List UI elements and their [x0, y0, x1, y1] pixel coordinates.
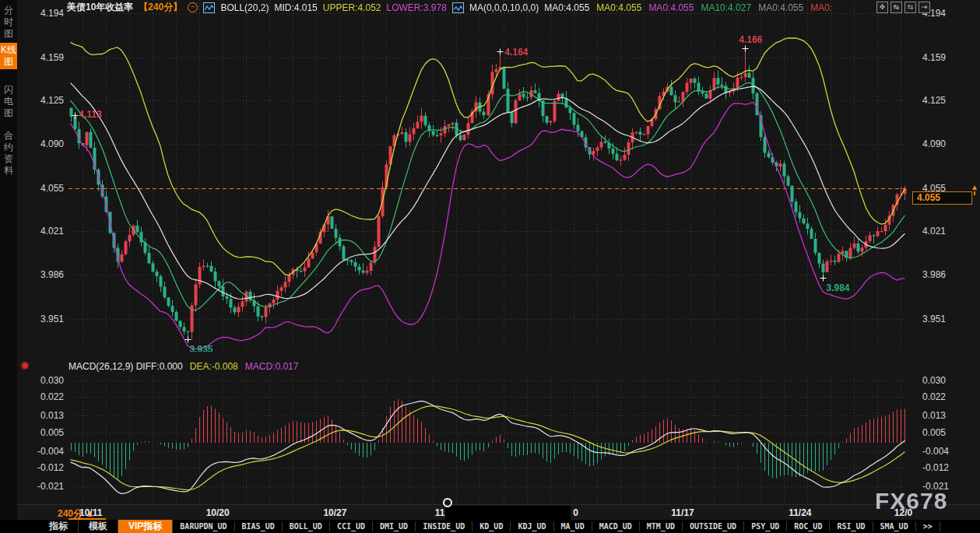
- chart-header: 美债10年收益率 【240分】 − BOLL(20,2) MID:4.015 U…: [67, 2, 832, 13]
- price-tick-left: 4.194: [19, 8, 64, 19]
- sidebar-tab-2[interactable]: 闪电图: [0, 82, 17, 121]
- boll-upper-readout: UPPER:4.052: [323, 2, 381, 13]
- ma-readout-0: MA0:4.055: [544, 2, 589, 13]
- ma-readout-3: MA10:4.027: [701, 2, 751, 13]
- macd-tick-left: -0.012: [19, 462, 64, 473]
- macd-tick-right: 0.013: [922, 410, 946, 421]
- macd-tick-left: -0.021: [19, 481, 64, 492]
- x-axis-label: 10/27: [323, 507, 346, 518]
- mouse-cursor: [443, 498, 452, 507]
- price-tick-left: 4.159: [19, 52, 64, 63]
- price-tick-right: 4.125: [922, 95, 946, 106]
- toolbar-item-inside_ud[interactable]: INSIDE_UD: [416, 521, 472, 531]
- toolbar-item-cci_ud[interactable]: CCI_UD: [330, 521, 373, 531]
- macd-header: MACD(26,12,9) DIFF:0.000 DEA:-0.008 MACD…: [68, 361, 298, 372]
- ma-readout-5: MA0:: [810, 2, 832, 13]
- toolbar-item-bias_ud[interactable]: BIAS_UD: [235, 521, 283, 531]
- toolbar-item-ma_ud[interactable]: MA_UD: [554, 521, 592, 531]
- period-tag[interactable]: 【240分】: [139, 1, 182, 14]
- ma-readout-2: MA0:4.055: [648, 2, 694, 13]
- price-tick-right: 4.159: [922, 52, 946, 63]
- window-tool-icons: ✥↹⇆⇥: [876, 2, 930, 13]
- redaction-box: [445, 506, 571, 520]
- collapse-icon[interactable]: −: [188, 2, 198, 12]
- macd-tick-right: 0.022: [922, 391, 946, 402]
- ma-readouts: MA0:4.055MA0:4.055MA0:4.055MA10:4.027MA0…: [544, 2, 832, 13]
- left-sidebar: 分时图K线图闪电图合约资料: [0, 0, 17, 520]
- indicator-settings-icon[interactable]: ✺: [20, 359, 30, 372]
- toolbar-item-vip[interactable]: VIP指标: [118, 520, 173, 533]
- toolbar-item-dmi_ud[interactable]: DMI_UD: [373, 521, 416, 531]
- ma-readout-4: MA0:4.055: [758, 2, 803, 13]
- price-tick-left: 4.055: [19, 183, 64, 194]
- toolbar-item-rsi_ud[interactable]: RSI_UD: [830, 521, 873, 531]
- instrument-title: 美债10年收益率: [67, 1, 133, 14]
- price-tick-left: 3.951: [19, 314, 64, 324]
- watermark-logo: FX678: [875, 488, 947, 514]
- toolbar-item-boll_ud[interactable]: BOLL_UD: [283, 521, 330, 531]
- macd-canvas[interactable]: [68, 375, 907, 503]
- macd-tick-left: 0.022: [19, 391, 64, 402]
- sidebar-tab-3[interactable]: 合约资料: [0, 128, 17, 178]
- macd-tick-right: 0.005: [922, 427, 946, 438]
- date-axis-row: 240分 ▲ 10/1110/2010/2711011/1711/2412/0: [17, 504, 980, 521]
- boll-mid-readout: MID:4.015: [274, 2, 317, 13]
- macd-tick-right: -0.012: [922, 462, 949, 473]
- macd-name-diff-readout: MACD(26,12,9) DIFF:0.000: [68, 361, 183, 372]
- toolbar-item-psy_ud[interactable]: PSY_UD: [744, 521, 787, 531]
- macd-tick-right: 0.030: [922, 375, 946, 386]
- macd-tick-left: 0.013: [19, 410, 64, 421]
- ma-mini-chart-icon[interactable]: [452, 2, 464, 13]
- toolbar-item-roc_ud[interactable]: ROC_UD: [787, 521, 830, 531]
- x-axis-label: 10/11: [79, 507, 102, 518]
- macd-tick-left: 0.005: [19, 427, 64, 438]
- current-price-box: 4.055: [912, 191, 972, 205]
- macd-value-readout: MACD:0.017: [245, 361, 299, 372]
- toolbar-item-mtm_ud[interactable]: MTM_UD: [640, 521, 683, 531]
- price-tick-right: 3.951: [922, 314, 946, 324]
- sidebar-tab-0[interactable]: 分时图: [0, 3, 17, 41]
- axis-right-icon[interactable]: ⇆: [904, 2, 916, 13]
- price-tick-right: 4.090: [922, 139, 946, 149]
- axis-left-icon[interactable]: ↹: [890, 2, 902, 13]
- x-axis-label: 0: [573, 507, 578, 518]
- boll-lower-readout: LOWER:3.978: [387, 2, 447, 13]
- boll-name: BOLL(20,2): [220, 2, 269, 13]
- price-tick-left: 3.986: [19, 269, 64, 280]
- toolbar-item-[interactable]: 模板: [79, 520, 118, 533]
- macd-tick-left: -0.004: [19, 446, 64, 457]
- toolbar-item-kdj_ud[interactable]: KDJ_UD: [511, 521, 553, 531]
- price-tick-left: 4.090: [19, 139, 64, 149]
- price-arrow-icon: ▲: [971, 184, 978, 195]
- pane-shift-icon[interactable]: ⇥: [919, 2, 930, 13]
- main-candlestick-canvas[interactable]: [68, 0, 907, 352]
- sidebar-tab-1[interactable]: K线图: [0, 43, 17, 69]
- ma-name: MA(0,0,0,10,0,0): [469, 2, 539, 13]
- x-axis-label: 11/24: [789, 507, 811, 518]
- boll-mini-chart-icon[interactable]: [203, 2, 215, 13]
- x-axis-label: 11: [435, 507, 445, 518]
- price-tick-right: 3.986: [922, 269, 946, 280]
- toolbar-item-barupdn_ud[interactable]: BARUPDN_UD: [173, 521, 234, 531]
- macd-tick-right: -0.004: [922, 446, 949, 457]
- macd-dea-readout: DEA:-0.008: [190, 361, 238, 372]
- x-axis-label: 10/20: [206, 507, 230, 518]
- toolbar-item-macd_ud[interactable]: MACD_UD: [592, 521, 640, 531]
- pan-icon[interactable]: ✥: [876, 2, 888, 13]
- macd-tick-left: 0.030: [19, 375, 64, 386]
- app-window: 分时图K线图闪电图合约资料 美债10年收益率 【240分】 − BOLL(20,…: [0, 0, 980, 533]
- ma-readout-1: MA0:4.055: [596, 2, 641, 13]
- price-tick-left: 4.021: [19, 226, 64, 237]
- toolbar-item-outside_ud[interactable]: OUTSIDE_UD: [683, 521, 744, 531]
- price-tick-left: 4.125: [19, 95, 64, 106]
- chart-area: 美债10年收益率 【240分】 − BOLL(20,2) MID:4.015 U…: [17, 0, 980, 520]
- toolbar-item-kd_ud[interactable]: KD_UD: [472, 521, 511, 531]
- toolbar-item-[interactable]: 指标: [39, 520, 79, 533]
- price-tick-right: 4.021: [922, 226, 946, 237]
- toolbar-item-[interactable]: >>: [916, 521, 940, 531]
- toolbar-item-sma_ud[interactable]: SMA_UD: [873, 521, 916, 531]
- indicator-toolbar: 指标模板VIP指标BARUPDN_UDBIAS_UDBOLL_UDCCI_UDD…: [0, 520, 980, 533]
- x-axis-label: 11/17: [671, 507, 694, 518]
